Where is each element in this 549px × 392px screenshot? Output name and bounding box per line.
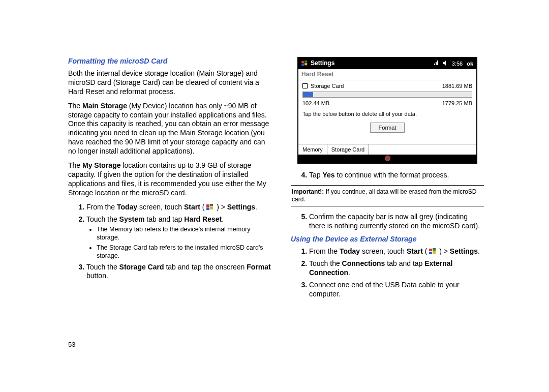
right-column: Settings 3:56 ok Hard Reset Storage Card… bbox=[291, 57, 484, 392]
device-subtitle: Hard Reset bbox=[298, 69, 476, 80]
svg-rect-4 bbox=[301, 61, 304, 63]
text: . bbox=[255, 203, 257, 211]
steps-list-format: From the Today screen, touch Start ( ) >… bbox=[68, 203, 271, 281]
ext-step-2: Touch the Connections tab and tap Extern… bbox=[309, 259, 484, 278]
windows-start-icon bbox=[429, 248, 437, 255]
total-mb: 1881.69 MB bbox=[442, 82, 472, 89]
text: to continue with the format process. bbox=[335, 171, 449, 179]
paragraph-my-storage: The My Storage location contains up to 3… bbox=[68, 161, 271, 198]
important-note: Important!: If you continue, all data wi… bbox=[291, 185, 484, 207]
text: tab and tap bbox=[385, 259, 424, 267]
clock-time: 3:56 bbox=[452, 60, 463, 67]
close-circle-icon[interactable] bbox=[385, 156, 390, 161]
svg-rect-1 bbox=[210, 204, 213, 206]
windows-start-icon bbox=[206, 204, 215, 211]
bold-settings: Settings bbox=[450, 247, 478, 255]
text: screen, touch bbox=[360, 247, 407, 255]
svg-rect-7 bbox=[304, 63, 307, 65]
bold-yes: Yes bbox=[322, 171, 334, 179]
bold-format: Format bbox=[247, 263, 270, 271]
text: screen, touch bbox=[137, 203, 184, 211]
svg-rect-0 bbox=[206, 204, 209, 207]
step-4: Tap Yes to continue with the format proc… bbox=[309, 171, 484, 180]
device-title-left: Settings bbox=[301, 59, 431, 67]
svg-rect-10 bbox=[429, 252, 432, 254]
ext-step-1: From the Today screen, touch Start ( ) >… bbox=[309, 247, 484, 256]
text: ( bbox=[200, 203, 206, 211]
step-2: Touch the System tab and tap Hard Reset.… bbox=[86, 215, 271, 260]
important-label: Important!: bbox=[292, 188, 324, 195]
text: . bbox=[222, 215, 224, 223]
steps-list-right: Tap Yes to continue with the format proc… bbox=[291, 171, 484, 180]
text: Tap bbox=[309, 171, 322, 179]
ext-step-3: Connect one end of the USB Data cable to… bbox=[309, 281, 484, 299]
text: The bbox=[68, 102, 82, 110]
bold-settings: Settings bbox=[227, 203, 255, 211]
heading-external-storage: Using the Device as External Storage bbox=[291, 235, 484, 244]
svg-rect-11 bbox=[433, 251, 436, 254]
free-mb: 1779.25 MB bbox=[442, 100, 472, 107]
bold-today: Today bbox=[117, 203, 137, 211]
paragraph-intro: Both the internal device storage locatio… bbox=[68, 69, 271, 97]
bold-hard-reset: Hard Reset bbox=[184, 215, 222, 223]
windows-start-icon[interactable] bbox=[301, 61, 309, 67]
format-button[interactable]: Format bbox=[370, 123, 405, 133]
device-format-row: Format bbox=[302, 123, 472, 133]
paragraph-main-storage: The Main Storage (My Device) location ha… bbox=[68, 102, 271, 156]
text: ) > bbox=[437, 247, 450, 255]
tab-memory[interactable]: Memory bbox=[298, 144, 327, 155]
device-status-area: 3:56 ok bbox=[434, 60, 473, 67]
bold-start: Start bbox=[184, 203, 200, 211]
device-screenshot: Settings 3:56 ok Hard Reset Storage Card… bbox=[297, 57, 477, 164]
bullet-memory-tab: The Memory tab refers to the device's in… bbox=[97, 225, 271, 242]
step-1: From the Today screen, touch Start ( ) >… bbox=[86, 203, 271, 212]
text: Touch the bbox=[86, 263, 119, 271]
bold-start: Start bbox=[407, 247, 423, 255]
page-number: 53 bbox=[68, 341, 75, 348]
bold-system: System bbox=[119, 215, 145, 223]
step-2-bullets: The Memory tab refers to the device's in… bbox=[86, 225, 271, 260]
ok-button[interactable]: ok bbox=[467, 60, 473, 67]
checkbox-icon bbox=[302, 83, 308, 88]
text: tab and tap the onscreen bbox=[164, 263, 247, 271]
text: ( bbox=[423, 247, 429, 255]
steps-list-external: From the Today screen, touch Start ( ) >… bbox=[291, 247, 484, 299]
device-title: Settings bbox=[311, 59, 334, 67]
device-message: Tap the below button to delete all of yo… bbox=[302, 110, 472, 117]
text: . bbox=[348, 268, 350, 277]
capacity-bar-fill bbox=[303, 92, 313, 97]
text: button. bbox=[86, 272, 108, 280]
svg-rect-9 bbox=[433, 248, 436, 251]
svg-rect-2 bbox=[206, 207, 209, 210]
device-bottom-bar bbox=[298, 155, 476, 163]
bold-today: Today bbox=[340, 247, 360, 255]
used-mb: 102.44 MB bbox=[302, 100, 329, 107]
text: . bbox=[478, 247, 480, 255]
heading-format: Formatting the microSD Card bbox=[68, 57, 271, 66]
step-5: Confirm the capacity bar is now all grey… bbox=[309, 213, 484, 231]
device-titlebar: Settings 3:56 ok bbox=[298, 58, 476, 69]
bold-storage-card: Storage Card bbox=[119, 263, 164, 271]
text: tab and tap bbox=[144, 215, 184, 223]
device-storage-row: Storage Card 1881.69 MB bbox=[302, 82, 472, 89]
bold-my-storage: My Storage bbox=[82, 161, 120, 169]
text: From the bbox=[86, 203, 117, 211]
device-usage-row: 102.44 MB 1779.25 MB bbox=[302, 100, 472, 107]
text: ) > bbox=[215, 203, 227, 211]
signal-icon bbox=[434, 60, 439, 67]
svg-rect-8 bbox=[429, 249, 432, 251]
svg-rect-6 bbox=[301, 64, 304, 66]
bold-main-storage: Main Storage bbox=[82, 102, 127, 110]
tab-storage-card[interactable]: Storage Card bbox=[327, 144, 369, 155]
storage-card-label: Storage Card bbox=[311, 82, 439, 89]
step-3: Touch the Storage Card tab and tap the o… bbox=[86, 263, 271, 281]
text: Touch the bbox=[86, 215, 119, 223]
device-content: Storage Card 1881.69 MB 102.44 MB 1779.2… bbox=[298, 80, 476, 143]
capacity-bar bbox=[302, 92, 472, 98]
bullet-storage-card-tab: The Storage Card tab refers to the insta… bbox=[97, 244, 271, 260]
steps-list-right-2: Confirm the capacity bar is now all grey… bbox=[291, 213, 484, 231]
bold-connections: Connections bbox=[342, 259, 385, 267]
text: From the bbox=[309, 247, 340, 255]
device-tabs: Memory Storage Card bbox=[298, 144, 476, 155]
svg-rect-3 bbox=[210, 207, 213, 209]
